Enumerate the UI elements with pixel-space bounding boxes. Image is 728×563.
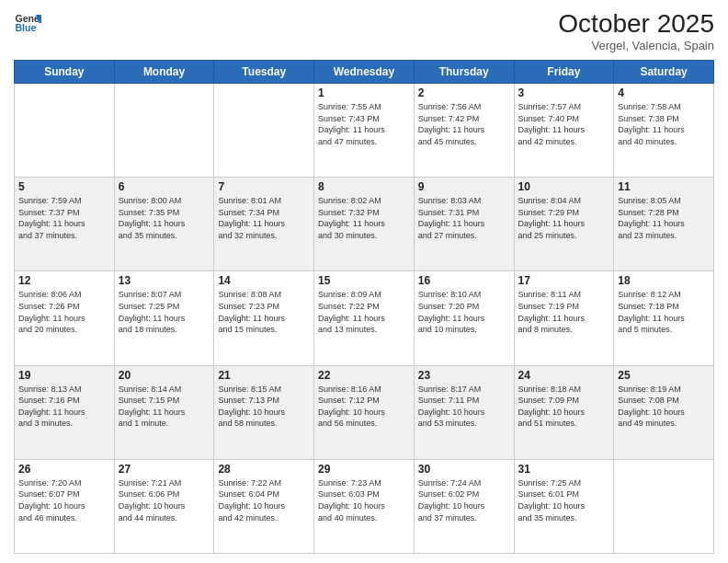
calendar-cell [614,459,714,553]
calendar-cell: 31Sunrise: 7:25 AMSunset: 6:01 PMDayligh… [514,459,614,553]
day-number: 24 [518,369,610,382]
svg-text:Blue: Blue [16,22,37,33]
calendar-cell: 7Sunrise: 8:01 AMSunset: 7:34 PMDaylight… [214,178,314,271]
calendar-cell: 23Sunrise: 8:17 AMSunset: 7:11 PMDayligh… [414,365,514,459]
day-number: 27 [119,463,210,476]
weekday-header: Thursday [414,61,514,84]
calendar-cell: 27Sunrise: 7:21 AMSunset: 6:06 PMDayligh… [114,459,214,553]
day-info: Sunrise: 7:21 AMSunset: 6:06 PMDaylight:… [119,477,210,523]
calendar-cell: 26Sunrise: 7:20 AMSunset: 6:07 PMDayligh… [15,459,115,553]
day-number: 10 [518,180,610,193]
logo: General Blue [14,9,41,37]
calendar-cell: 5Sunrise: 7:59 AMSunset: 7:37 PMDaylight… [15,178,115,271]
day-number: 8 [318,180,410,193]
day-info: Sunrise: 7:58 AMSunset: 7:38 PMDaylight:… [618,101,710,147]
day-number: 11 [618,180,710,193]
day-number: 16 [418,274,510,287]
calendar-cell [114,84,214,178]
calendar-cell: 24Sunrise: 8:18 AMSunset: 7:09 PMDayligh… [514,365,614,459]
day-number: 18 [618,274,710,287]
weekday-header: Friday [514,61,614,84]
calendar-cell: 21Sunrise: 8:15 AMSunset: 7:13 PMDayligh… [214,365,314,459]
day-info: Sunrise: 8:03 AMSunset: 7:31 PMDaylight:… [418,195,510,241]
header: General Blue October 2025 Vergel, Valenc… [14,9,714,52]
calendar-cell: 6Sunrise: 8:00 AMSunset: 7:35 PMDaylight… [114,178,214,271]
day-number: 4 [618,86,710,99]
day-info: Sunrise: 8:04 AMSunset: 7:29 PMDaylight:… [518,195,610,241]
day-number: 9 [418,180,510,193]
calendar-cell: 4Sunrise: 7:58 AMSunset: 7:38 PMDaylight… [614,84,714,178]
day-info: Sunrise: 7:59 AMSunset: 7:37 PMDaylight:… [18,195,110,241]
day-info: Sunrise: 8:05 AMSunset: 7:28 PMDaylight:… [618,195,710,241]
day-number: 2 [418,86,510,99]
calendar-cell: 8Sunrise: 8:02 AMSunset: 7:32 PMDaylight… [314,178,415,271]
day-number: 20 [119,369,210,382]
calendar-cell [15,84,115,178]
day-number: 7 [218,180,310,193]
calendar-cell: 15Sunrise: 8:09 AMSunset: 7:22 PMDayligh… [314,271,415,365]
calendar-table: SundayMondayTuesdayWednesdayThursdayFrid… [14,60,714,554]
day-info: Sunrise: 7:25 AMSunset: 6:01 PMDaylight:… [518,477,610,523]
calendar-cell: 3Sunrise: 7:57 AMSunset: 7:40 PMDaylight… [514,84,614,178]
calendar-cell: 12Sunrise: 8:06 AMSunset: 7:26 PMDayligh… [15,271,115,365]
day-info: Sunrise: 7:20 AMSunset: 6:07 PMDaylight:… [18,477,110,523]
day-number: 3 [518,86,610,99]
day-info: Sunrise: 7:22 AMSunset: 6:04 PMDaylight:… [218,477,310,523]
day-info: Sunrise: 8:07 AMSunset: 7:25 PMDaylight:… [119,289,210,335]
day-number: 25 [618,369,710,382]
weekday-header: Wednesday [314,61,415,84]
weekday-header: Tuesday [214,61,314,84]
calendar-cell: 10Sunrise: 8:04 AMSunset: 7:29 PMDayligh… [514,178,614,271]
calendar-cell: 22Sunrise: 8:16 AMSunset: 7:12 PMDayligh… [314,365,415,459]
day-number: 26 [18,463,110,476]
calendar-cell: 17Sunrise: 8:11 AMSunset: 7:19 PMDayligh… [514,271,614,365]
day-number: 22 [318,369,410,382]
day-number: 23 [418,369,510,382]
day-number: 12 [18,274,110,287]
calendar-cell: 25Sunrise: 8:19 AMSunset: 7:08 PMDayligh… [614,365,714,459]
calendar-cell: 11Sunrise: 8:05 AMSunset: 7:28 PMDayligh… [614,178,714,271]
day-info: Sunrise: 8:06 AMSunset: 7:26 PMDaylight:… [18,289,110,335]
calendar-cell: 2Sunrise: 7:56 AMSunset: 7:42 PMDaylight… [414,84,514,178]
calendar-cell: 13Sunrise: 8:07 AMSunset: 7:25 PMDayligh… [114,271,214,365]
day-number: 17 [518,274,610,287]
day-info: Sunrise: 7:57 AMSunset: 7:40 PMDaylight:… [518,101,610,147]
calendar-cell: 16Sunrise: 8:10 AMSunset: 7:20 PMDayligh… [414,271,514,365]
day-info: Sunrise: 8:14 AMSunset: 7:15 PMDaylight:… [119,384,210,430]
calendar-cell: 30Sunrise: 7:24 AMSunset: 6:02 PMDayligh… [414,459,514,553]
day-info: Sunrise: 7:55 AMSunset: 7:43 PMDaylight:… [318,101,410,147]
day-info: Sunrise: 8:17 AMSunset: 7:11 PMDaylight:… [418,384,510,430]
weekday-header: Sunday [15,61,115,84]
location: Vergel, Valencia, Spain [558,39,714,52]
day-number: 31 [518,463,610,476]
day-number: 14 [218,274,310,287]
calendar-cell: 1Sunrise: 7:55 AMSunset: 7:43 PMDaylight… [314,84,415,178]
day-number: 1 [318,86,410,99]
day-number: 6 [119,180,210,193]
day-info: Sunrise: 8:02 AMSunset: 7:32 PMDaylight:… [318,195,410,241]
day-info: Sunrise: 7:24 AMSunset: 6:02 PMDaylight:… [418,477,510,523]
day-info: Sunrise: 8:09 AMSunset: 7:22 PMDaylight:… [318,289,410,335]
day-number: 21 [218,369,310,382]
logo-icon: General Blue [14,9,41,37]
calendar-cell: 9Sunrise: 8:03 AMSunset: 7:31 PMDaylight… [414,178,514,271]
day-number: 30 [418,463,510,476]
day-info: Sunrise: 7:23 AMSunset: 6:03 PMDaylight:… [318,477,410,523]
day-number: 28 [218,463,310,476]
day-info: Sunrise: 8:19 AMSunset: 7:08 PMDaylight:… [618,384,710,430]
title-section: October 2025 Vergel, Valencia, Spain [558,9,714,52]
day-number: 13 [119,274,210,287]
calendar-cell: 14Sunrise: 8:08 AMSunset: 7:23 PMDayligh… [214,271,314,365]
day-info: Sunrise: 8:11 AMSunset: 7:19 PMDaylight:… [518,289,610,335]
calendar-cell: 29Sunrise: 7:23 AMSunset: 6:03 PMDayligh… [314,459,415,553]
day-info: Sunrise: 7:56 AMSunset: 7:42 PMDaylight:… [418,101,510,147]
page: General Blue October 2025 Vergel, Valenc… [0,0,728,563]
calendar-cell: 18Sunrise: 8:12 AMSunset: 7:18 PMDayligh… [614,271,714,365]
month-title: October 2025 [558,9,714,39]
day-info: Sunrise: 8:12 AMSunset: 7:18 PMDaylight:… [618,289,710,335]
day-info: Sunrise: 8:00 AMSunset: 7:35 PMDaylight:… [119,195,210,241]
day-number: 15 [318,274,410,287]
day-info: Sunrise: 8:15 AMSunset: 7:13 PMDaylight:… [218,384,310,430]
day-info: Sunrise: 8:08 AMSunset: 7:23 PMDaylight:… [218,289,310,335]
day-info: Sunrise: 8:01 AMSunset: 7:34 PMDaylight:… [218,195,310,241]
